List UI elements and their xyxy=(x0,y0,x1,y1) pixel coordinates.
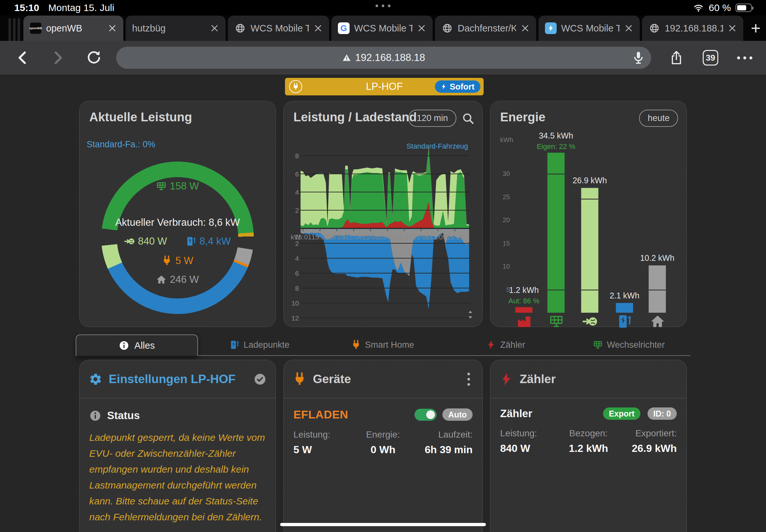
plug-icon xyxy=(162,256,172,266)
svg-text:15:04: 15:04 xyxy=(345,233,362,241)
battery-percent: 60 % xyxy=(709,2,731,13)
chargepoint-banner[interactable]: LP-HOF Sofort xyxy=(285,78,484,95)
mic-icon[interactable] xyxy=(632,51,645,65)
day-range-button[interactable]: heute xyxy=(639,110,678,127)
forward-icon[interactable] xyxy=(49,49,66,66)
grid-export-power: 840 W xyxy=(124,236,167,247)
browser-tab-3[interactable]: WCS Mobile Te xyxy=(228,16,329,41)
home-indicator[interactable] xyxy=(280,523,486,526)
svg-text:2: 2 xyxy=(295,240,299,247)
svg-text:10: 10 xyxy=(503,263,510,270)
tab-count-button[interactable]: 39 xyxy=(703,50,718,66)
meter-exported-col: Exportiert: 26.9 kWh xyxy=(618,428,677,454)
svg-text:kWh: kWh xyxy=(500,136,513,143)
timeline-chart: 246824681012kW15:0115:0215:0315:0415:051… xyxy=(290,140,477,322)
stacked-tabs-decoration xyxy=(8,18,23,41)
tab-alles[interactable]: Alles xyxy=(76,334,198,356)
device-energy-col: Energie: 0 Wh xyxy=(353,429,413,456)
tab-title: openWB xyxy=(46,23,103,34)
charge-mode-badge[interactable]: Sofort xyxy=(435,80,480,93)
meter-power-col: Leistung: 840 W xyxy=(500,428,559,454)
svg-text:2: 2 xyxy=(295,207,299,214)
tab-smart-home[interactable]: Smart Home xyxy=(321,334,444,355)
gear-icon xyxy=(89,372,102,386)
share-icon[interactable] xyxy=(669,50,684,65)
url-bar[interactable]: 192.168.188.18 xyxy=(116,47,651,69)
charge-point-icon xyxy=(186,236,196,247)
chargepoint-name: LP-HOF xyxy=(366,81,403,92)
clock: 15:10 xyxy=(14,2,39,13)
new-tab-button[interactable]: + xyxy=(746,16,766,41)
tab-ladepunkte[interactable]: Ladepunkte xyxy=(198,334,321,355)
svg-text:25: 25 xyxy=(503,193,510,200)
close-icon[interactable] xyxy=(624,24,633,33)
device-power-col: Leistung: 5 W xyxy=(293,429,353,456)
svg-text:15:06: 15:06 xyxy=(379,233,396,241)
solar-panel-icon xyxy=(593,340,603,350)
tab-title: Dachfenster/Kli xyxy=(458,23,516,34)
auto-badge: Auto xyxy=(443,408,473,421)
browser-tab-strip: openWB openWB hutzbüg WCS Mobile Te G WC… xyxy=(0,16,766,41)
card-zaehler: Zähler Zähler Export ID: 0 Leistung: 840… xyxy=(490,360,687,532)
status-message: Ladepunkt gesperrt, da keine Werte vom E… xyxy=(89,429,266,525)
svg-text:15:02: 15:02 xyxy=(311,233,328,241)
tab-wechselrichter[interactable]: Wechselrichter xyxy=(567,334,690,355)
svg-text:8: 8 xyxy=(295,284,299,292)
svg-text:15:03: 15:03 xyxy=(328,233,345,241)
svg-text:4: 4 xyxy=(295,188,299,196)
close-icon[interactable] xyxy=(728,24,737,33)
device-toggle[interactable] xyxy=(415,409,437,421)
close-icon[interactable] xyxy=(108,24,117,33)
globe-icon xyxy=(649,22,660,34)
close-icon[interactable] xyxy=(210,24,219,33)
solar-panel-icon xyxy=(156,181,166,191)
tab-zaehler[interactable]: Zähler xyxy=(444,334,567,355)
svg-text:1.2 kWh: 1.2 kWh xyxy=(509,285,539,295)
svg-text:4: 4 xyxy=(295,255,299,262)
svg-text:15:05: 15:05 xyxy=(362,233,379,241)
close-icon[interactable] xyxy=(313,24,322,33)
search-icon[interactable] xyxy=(462,112,475,125)
tab-title: WCS Mobile Te xyxy=(354,23,413,34)
reload-icon[interactable] xyxy=(85,49,102,66)
svg-text:20: 20 xyxy=(503,216,510,224)
card-energie: Energie heute kWh510152025301.2 kWhAut: … xyxy=(490,101,687,327)
info-icon xyxy=(119,340,129,351)
plug-circle-icon xyxy=(289,80,302,93)
meter-name: Zähler xyxy=(500,407,532,420)
browser-tab-5[interactable]: Dachfenster/Kli xyxy=(435,16,536,41)
kebab-menu-icon[interactable] xyxy=(464,371,473,387)
power-gauge: 158 W Aktueller Verbrauch: 8,6 kW 840 W … xyxy=(101,162,254,314)
screen: 15:10 Montag 15. Juli 60 % openWB openWB… xyxy=(0,0,766,532)
bolt-icon xyxy=(486,340,496,350)
bolt-icon xyxy=(441,84,447,90)
warning-icon xyxy=(342,53,351,62)
browser-tab-6[interactable]: WCS Mobile Te xyxy=(539,16,640,41)
close-icon[interactable] xyxy=(417,24,426,33)
tab-title: 192.168.188.17/ xyxy=(665,23,723,34)
tab-label: Ladepunkte xyxy=(244,340,289,350)
arrow-globe-icon xyxy=(124,236,135,247)
resize-handle-icon[interactable] xyxy=(467,310,474,320)
browser-tab-7[interactable]: 192.168.188.17/ xyxy=(642,16,743,41)
more-menu-icon[interactable] xyxy=(737,56,752,59)
svg-text:10.2 kWh: 10.2 kWh xyxy=(640,253,675,262)
browser-tab-openwb[interactable]: openWB openWB xyxy=(23,16,123,41)
svg-text:15:08: 15:08 xyxy=(413,233,430,241)
charge-point-icon xyxy=(617,314,632,329)
browser-tab-4[interactable]: G WCS Mobile Te xyxy=(331,16,433,41)
browser-tab-2[interactable]: hutzbüg xyxy=(126,16,225,41)
svg-text:15:09: 15:09 xyxy=(430,233,447,241)
tab-title: WCS Mobile Te xyxy=(250,23,309,34)
tab-label: Wechselrichter xyxy=(607,340,665,350)
tab-baseline xyxy=(198,355,690,356)
id-badge: ID: 0 xyxy=(648,407,677,420)
back-icon[interactable] xyxy=(14,49,31,66)
time-range-button[interactable]: 120 min xyxy=(408,110,456,127)
check-circle-icon[interactable] xyxy=(253,373,266,386)
close-icon[interactable] xyxy=(521,24,530,33)
charge-point-icon xyxy=(230,340,239,350)
total-consumption: Aktueller Verbrauch: 8,6 kW xyxy=(101,217,254,228)
tab-label: Alles xyxy=(134,340,155,351)
charge-mode-label: Sofort xyxy=(450,82,475,92)
